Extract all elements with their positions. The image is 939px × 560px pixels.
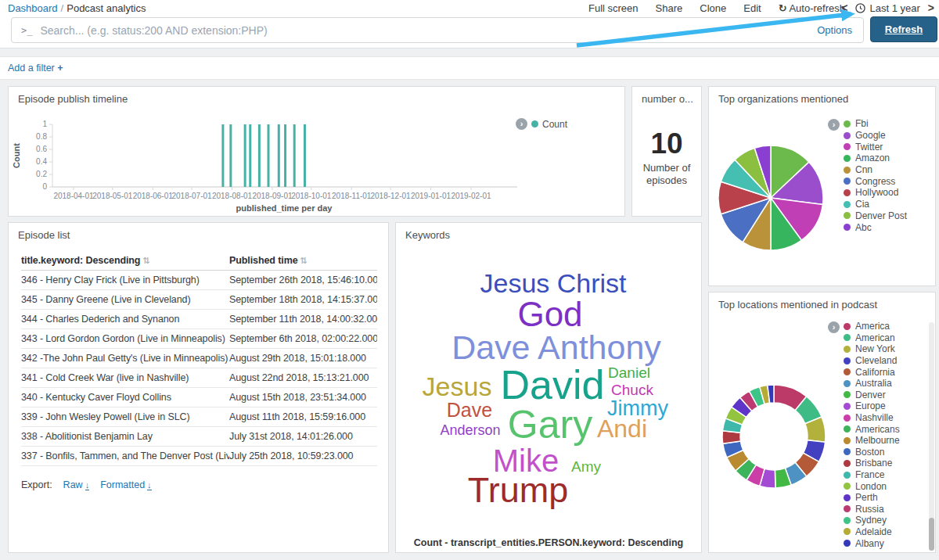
export-label: Export: [21, 479, 52, 490]
svg-text:2018-11-01: 2018-11-01 [332, 192, 372, 200]
legend-item[interactable]: Russia [844, 504, 900, 515]
svg-text:0.6: 0.6 [36, 145, 47, 153]
legend-item[interactable]: Twitter [844, 141, 907, 153]
tag-word[interactable]: Chuck [611, 382, 653, 397]
legend-item[interactable]: Fbi [844, 118, 907, 130]
tag-word[interactable]: Anderson [440, 423, 500, 437]
legend-swatch [844, 224, 851, 231]
legend-label: Google [855, 130, 886, 141]
legend-item[interactable]: Sydney [844, 515, 900, 526]
timeline-bar[interactable] [304, 124, 306, 187]
legend-item[interactable]: Congress [844, 175, 907, 187]
timeline-bar[interactable] [268, 124, 270, 187]
search-input[interactable] [40, 24, 817, 37]
clone-button[interactable]: Clone [700, 2, 726, 14]
tag-word[interactable]: Jesus [423, 373, 492, 400]
timeline-bar[interactable] [221, 124, 224, 187]
legend-scrollbar-thumb[interactable] [929, 518, 934, 551]
sort-icon[interactable]: ⇅ [298, 256, 308, 265]
legend-label: Boston [855, 447, 884, 458]
legend-label: Australia [855, 378, 892, 389]
options-link[interactable]: Options [817, 24, 863, 36]
legend-item[interactable]: New York [844, 343, 900, 355]
export-formatted-link[interactable]: Formatted↓ [100, 479, 151, 490]
tag-cloud-footer: Count - transcript_entities.PERSON.keywo… [396, 537, 701, 548]
legend-item[interactable]: Cleveland [844, 355, 900, 367]
tag-word[interactable]: Andi [597, 416, 647, 441]
tag-word[interactable]: God [517, 297, 582, 332]
column-header[interactable]: title.keyword: Descending⇅ [21, 251, 229, 270]
table-cell: September 18th 2018, 14:15:37.000 [229, 290, 377, 309]
legend-item[interactable]: Google [844, 130, 907, 142]
legend-item[interactable]: Denver Post [844, 210, 907, 222]
legend-toggle-icon[interactable]: › [828, 119, 840, 131]
legend-item[interactable]: Americans [844, 423, 900, 435]
tag-word[interactable]: Gary [508, 405, 592, 444]
query-bar: >_ Options Refresh [0, 16, 939, 48]
legend-item[interactable]: America [844, 321, 900, 332]
auto-refresh-button[interactable]: ↻ Auto-refresh [779, 2, 845, 14]
legend-item[interactable]: Cnn [844, 164, 907, 176]
legend-toggle-icon[interactable]: › [516, 118, 527, 130]
refresh-button[interactable]: Refresh [870, 16, 937, 42]
full-screen-button[interactable]: Full screen [588, 2, 639, 14]
legend-toggle-icon[interactable]: › [828, 321, 840, 333]
legend-item[interactable]: Europe [844, 400, 900, 412]
svg-text:2018-08-01: 2018-08-01 [212, 192, 253, 200]
timeline-bar[interactable] [244, 124, 246, 187]
timeline-bar[interactable] [293, 124, 296, 187]
legend-item[interactable]: Abc [844, 221, 907, 233]
legend-item[interactable]: Hollywood [844, 187, 907, 199]
table-row: 338 - Abolitionist Benjamin LayJuly 31st… [21, 427, 377, 447]
legend-label: Twitter [855, 142, 883, 153]
legend-item[interactable]: Count [542, 119, 567, 130]
legend-item[interactable]: Albany [844, 537, 900, 549]
legend-scrollbar-track[interactable] [929, 322, 934, 551]
table-cell: July 31st 2018, 14:01:26.000 [229, 427, 377, 446]
legend-item[interactable]: Denver [844, 389, 900, 401]
legend-item[interactable]: Adelaide [844, 526, 900, 538]
legend-label: France [855, 469, 884, 480]
legend-swatch [844, 448, 851, 455]
legend-item[interactable]: France [844, 469, 900, 481]
timeline-bar[interactable] [284, 124, 286, 187]
legend-item[interactable]: Brisbane [844, 458, 900, 469]
table-cell: 342 -The John Paul Getty's (Live in Minn… [21, 349, 229, 368]
legend-swatch [844, 517, 851, 524]
legend-item[interactable]: California [844, 366, 900, 378]
tag-word[interactable]: Amy [571, 459, 601, 474]
export-raw-link[interactable]: Raw↓ [63, 479, 90, 490]
sort-icon[interactable]: ⇅ [140, 256, 149, 265]
legend-item[interactable]: London [844, 480, 900, 492]
tag-word[interactable]: Dave [447, 400, 492, 420]
legend-item[interactable]: Boston [844, 447, 900, 458]
breadcrumb-dashboard-link[interactable]: Dashboard [8, 2, 58, 14]
time-range-button[interactable]: Last 1 year [855, 2, 919, 14]
legend-item[interactable]: Perth [844, 492, 900, 504]
timeline-bar[interactable] [258, 124, 261, 187]
share-button[interactable]: Share [656, 2, 683, 14]
column-header[interactable]: Published time⇅ [229, 251, 377, 270]
legend-item[interactable]: Australia [844, 378, 900, 389]
timeline-bar[interactable] [278, 124, 280, 187]
tag-word[interactable]: Daniel [608, 365, 650, 380]
legend-item[interactable]: Melbourne [844, 435, 900, 447]
legend-item[interactable]: Cia [844, 199, 907, 210]
chevron-left-icon[interactable]: < [840, 2, 849, 14]
tag-word[interactable]: Trump [468, 472, 568, 508]
edit-button[interactable]: Edit [743, 2, 761, 14]
tag-word[interactable]: Dave Anthony [452, 331, 661, 364]
chevron-right-icon[interactable]: > [926, 2, 936, 14]
search-box[interactable]: >_ Options [11, 17, 864, 43]
legend-item[interactable]: Nashville [844, 412, 900, 424]
svg-text:2019-01-01: 2019-01-01 [411, 192, 452, 200]
add-filter-link[interactable]: Add a filter + [8, 63, 63, 74]
tag-word[interactable]: Jesus Christ [480, 270, 626, 296]
timeline-bar[interactable] [229, 124, 232, 187]
legend-item[interactable]: American [844, 332, 900, 344]
tag-word[interactable]: David [501, 364, 605, 405]
panel-title: Episode list [18, 229, 70, 241]
legend-swatch [844, 403, 851, 410]
legend-item[interactable]: Amazon [844, 153, 907, 164]
timeline-bar[interactable] [249, 124, 251, 187]
